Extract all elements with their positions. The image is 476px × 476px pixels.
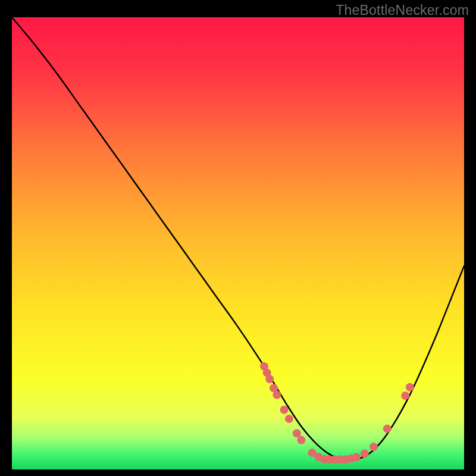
- data-point: [293, 429, 301, 437]
- gradient-background: [12, 17, 464, 469]
- data-point: [361, 449, 369, 458]
- data-point: [285, 415, 293, 423]
- data-point: [280, 406, 289, 414]
- data-point: [406, 383, 414, 392]
- data-point: [297, 436, 305, 444]
- watermark-text: TheBottleNecker.com: [336, 2, 469, 18]
- data-point: [401, 392, 409, 400]
- data-point: [352, 453, 361, 461]
- bottleneck-chart: [12, 17, 464, 469]
- data-point: [383, 425, 392, 433]
- data-point: [369, 443, 378, 451]
- data-point: [265, 375, 274, 383]
- chart-frame: [12, 17, 464, 469]
- data-point: [273, 391, 281, 399]
